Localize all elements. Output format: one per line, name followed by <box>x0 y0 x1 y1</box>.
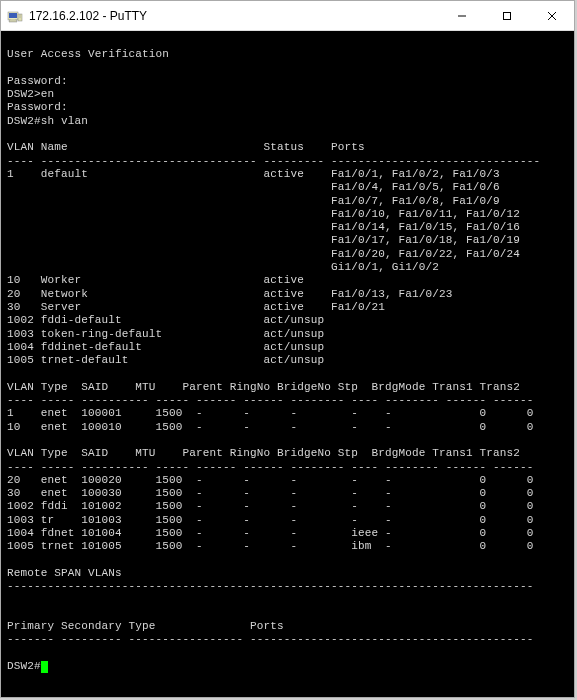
final-prompt: DSW2# <box>7 660 41 672</box>
terminal-output[interactable]: User Access Verification Password: DSW2>… <box>1 31 574 697</box>
putty-window: 172.16.2.102 - PuTTY User Access Verific… <box>0 0 575 698</box>
window-controls <box>439 1 574 30</box>
putty-icon <box>7 8 23 24</box>
maximize-button[interactable] <box>484 1 529 30</box>
close-button[interactable] <box>529 1 574 30</box>
svg-rect-1 <box>9 13 17 18</box>
minimize-button[interactable] <box>439 1 484 30</box>
titlebar[interactable]: 172.16.2.102 - PuTTY <box>1 1 574 31</box>
window-title: 172.16.2.102 - PuTTY <box>29 9 439 23</box>
terminal-text: User Access Verification Password: DSW2>… <box>7 48 540 645</box>
cursor-icon <box>41 661 48 673</box>
svg-rect-6 <box>503 12 510 19</box>
